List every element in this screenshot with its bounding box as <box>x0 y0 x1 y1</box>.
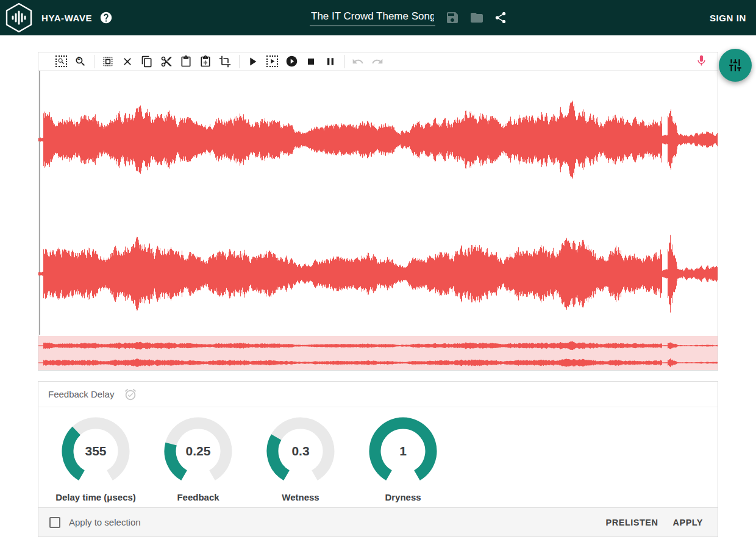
effect-panel: Feedback Delay 355 Delay time (μsecs) 0.… <box>38 381 718 537</box>
paste-icon <box>180 55 192 68</box>
knob-value: 355 <box>62 417 130 485</box>
share-icon <box>494 11 507 24</box>
toolbar-separator <box>239 55 240 68</box>
play-icon <box>246 55 259 68</box>
zoom-level-one: 1 <box>77 55 80 61</box>
help-button[interactable] <box>99 11 113 24</box>
tune-icon <box>727 57 743 73</box>
apply-to-selection-checkbox[interactable] <box>49 517 60 528</box>
sign-in-button[interactable]: SIGN IN <box>710 0 746 35</box>
undo-button[interactable] <box>350 54 366 70</box>
undo-icon <box>352 55 364 68</box>
zoom-selection-icon <box>55 55 67 67</box>
stop-button[interactable] <box>303 54 319 70</box>
select-all-icon <box>102 55 114 68</box>
logo-hexagon-waveform-icon <box>5 2 33 33</box>
select-all-button[interactable] <box>100 54 116 70</box>
knob-wetness[interactable]: 0.3 Wetness <box>252 417 349 502</box>
pause-icon <box>324 55 337 68</box>
save-button[interactable] <box>445 10 460 25</box>
open-file-button[interactable] <box>469 10 484 25</box>
knob-value: 0.3 <box>266 417 335 485</box>
knob-row: 355 Delay time (μsecs) 0.25 Feedback 0.3… <box>38 407 718 502</box>
crop-button[interactable] <box>217 54 233 70</box>
paste-mix-button[interactable] <box>198 54 213 70</box>
track-title-input[interactable] <box>310 9 435 26</box>
redo-icon <box>371 55 383 68</box>
track-title-group <box>310 0 507 35</box>
crop-icon <box>219 55 231 68</box>
zoom-icon <box>74 55 87 68</box>
play-all-button[interactable] <box>284 54 299 70</box>
save-icon <box>445 10 460 25</box>
effect-panel-header: Feedback Delay <box>38 382 718 407</box>
knob-feedback[interactable]: 0.25 Feedback <box>149 417 247 502</box>
copy-icon <box>141 55 153 68</box>
alarm-check-icon <box>124 388 137 401</box>
knob-dryness[interactable]: 1 Dryness <box>354 417 452 502</box>
effect-panel-footer: Apply to selection PRELISTEN APPLY <box>38 507 718 537</box>
share-button[interactable] <box>494 11 507 24</box>
redo-button[interactable] <box>369 54 385 70</box>
effects-fab-button[interactable] <box>719 49 752 82</box>
clear-selection-button[interactable] <box>119 54 135 70</box>
waveform-canvas[interactable] <box>38 71 718 335</box>
effect-title: Feedback Delay <box>48 389 114 399</box>
scissors-icon <box>160 55 173 68</box>
record-button[interactable] <box>695 54 708 70</box>
stop-icon <box>305 55 317 68</box>
play-selection-button[interactable] <box>264 54 280 70</box>
knob-delay-time[interactable]: 355 Delay time (μsecs) <box>47 417 144 502</box>
knob-value: 0.25 <box>164 417 232 485</box>
cut-button[interactable] <box>159 54 174 70</box>
paste-waveform-icon <box>199 55 212 68</box>
prelisten-button[interactable]: PRELISTEN <box>602 513 662 532</box>
knob-label: Wetness <box>282 492 319 502</box>
editor-toolbar: 1 <box>38 52 718 71</box>
play-circle-icon <box>285 55 298 68</box>
apply-button[interactable]: APPLY <box>669 513 707 532</box>
paste-button[interactable] <box>178 54 194 70</box>
schedule-button[interactable] <box>124 388 137 401</box>
minimap-canvas[interactable] <box>38 336 718 370</box>
close-icon <box>121 55 134 68</box>
microphone-icon <box>695 54 708 67</box>
play-button[interactable] <box>244 54 260 70</box>
app-name: HYA-WAVE <box>41 13 92 23</box>
knob-value: 1 <box>369 417 437 485</box>
knob-label: Feedback <box>177 492 219 502</box>
audio-editor: 1 <box>38 52 718 371</box>
app-header: HYA-WAVE SIGN IN <box>0 0 756 35</box>
toolbar-separator <box>344 55 345 68</box>
copy-button[interactable] <box>139 54 155 70</box>
pause-button[interactable] <box>323 54 338 70</box>
help-icon <box>99 11 113 24</box>
apply-to-selection-label: Apply to selection <box>69 517 141 527</box>
play-selection-icon <box>266 55 278 67</box>
toolbar-separator <box>94 55 95 68</box>
knob-label: Delay time (μsecs) <box>55 492 136 502</box>
app-logo[interactable] <box>5 2 33 33</box>
knob-label: Dryness <box>385 492 421 502</box>
zoom-one-to-one-button[interactable]: 1 <box>73 54 88 70</box>
zoom-selection-button[interactable] <box>53 54 69 70</box>
folder-icon <box>469 10 484 25</box>
